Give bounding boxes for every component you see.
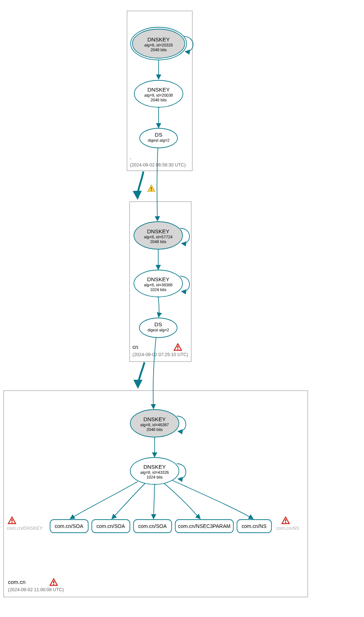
node-sub1: alg=8, id=38388 <box>144 283 173 287</box>
node-sub2: 2048 bits <box>147 427 163 432</box>
error-icon[interactable] <box>174 344 181 350</box>
node-sub1: alg=8, id=57724 <box>144 235 173 239</box>
zone-comcn: com.cn (2024-09-02 11:00:08 UTC) DNSKEY … <box>4 391 308 597</box>
node-sub1: digest alg=2 <box>148 138 169 142</box>
leaf-label: com.cn/SOA <box>138 523 167 529</box>
zone-cn-name: cn <box>132 344 138 350</box>
edge-to-soa1 <box>70 481 138 519</box>
leaf-comcn-soa-1[interactable]: com.cn/SOA <box>50 520 88 533</box>
node-title: DS <box>155 132 163 138</box>
warning-icon[interactable] <box>148 185 155 191</box>
node-title: DNSKEY <box>143 416 166 422</box>
node-cn-zsk[interactable]: DNSKEY alg=8, id=38388 1024 bits <box>134 270 183 297</box>
node-title: DNSKEY <box>147 36 170 43</box>
leaf-comcn-nsec3param[interactable]: com.cn/NSEC3PARAM <box>175 520 233 533</box>
node-title: DNSKEY <box>143 464 166 470</box>
node-root-zsk[interactable]: DNSKEY alg=8, id=20038 2048 bits <box>134 80 183 107</box>
node-title: DNSKEY <box>147 276 169 282</box>
zone-root-name: . <box>130 154 131 160</box>
edge-to-nsec3 <box>164 483 200 519</box>
leaf-comcn-soa-3[interactable]: com.cn/SOA <box>134 520 172 533</box>
edge-cn-ds-to-comcn-ksk <box>153 337 156 409</box>
node-comcn-ksk[interactable]: DNSKEY alg=8, id=46387 2048 bits <box>130 410 179 437</box>
edge-delegation-root-to-cn <box>138 172 143 198</box>
node-sub2: 1024 bits <box>150 287 167 292</box>
leaf-label: com.cn/DNSKEY <box>7 525 43 531</box>
leaf-label: com.cn/SOA <box>97 523 125 529</box>
node-sub2: 2048 bits <box>151 48 167 52</box>
node-sub1: alg=8, id=43326 <box>140 470 169 475</box>
leaf-comcn-soa-2[interactable]: com.cn/SOA <box>92 520 130 533</box>
edge-delegation-cn-to-comcn <box>138 362 144 387</box>
leaf-comcn-ns[interactable]: com.cn/NS <box>237 520 271 533</box>
edge-root-ds-to-cn-ksk <box>157 148 158 221</box>
node-sub2: 1024 bits <box>147 475 163 479</box>
node-comcn-zsk[interactable]: DNSKEY alg=8, id=43326 1024 bits <box>130 457 179 484</box>
zone-cn: cn (2024-09-02 07:25:10 UTC) DNSKEY alg=… <box>130 202 191 362</box>
leaf-label: com.cn/NSEC3PARAM <box>178 523 230 529</box>
node-sub1: alg=8, id=46387 <box>140 423 169 427</box>
node-root-ksk[interactable]: DNSKEY alg=8, id=20326 2048 bits <box>131 27 187 60</box>
error-icon <box>8 517 16 524</box>
zone-comcn-name: com.cn <box>8 579 25 585</box>
zone-comcn-timestamp: (2024-09-02 11:00:08 UTC) <box>8 587 64 592</box>
node-cn-ksk[interactable]: DNSKEY alg=8, id=57724 2048 bits <box>134 222 183 249</box>
error-icon[interactable] <box>50 579 57 585</box>
node-title: DNSKEY <box>147 228 169 234</box>
zone-cn-timestamp: (2024-09-02 07:25:10 UTC) <box>132 352 188 357</box>
node-cn-ds[interactable]: DS digest alg=2 <box>139 318 177 338</box>
error-icon <box>282 517 289 524</box>
leaf-comcn-dnskey-insecure[interactable]: com.cn/DNSKEY <box>7 517 43 531</box>
zone-root-timestamp: (2024-09-02 06:58:30 UTC) <box>130 162 186 168</box>
zone-root: . (2024-09-02 06:58:30 UTC) DNSKEY alg=8… <box>127 11 193 171</box>
leaf-label: com.cn/NS <box>276 525 299 531</box>
leaf-label: com.cn/SOA <box>55 523 83 529</box>
node-title: DS <box>155 321 162 327</box>
edge-to-ns <box>172 480 253 519</box>
leaf-comcn-ns-insecure[interactable]: com.cn/NS <box>276 517 299 531</box>
edge-cn-zsk-to-ds <box>158 297 159 317</box>
node-sub2: 2048 bits <box>150 239 167 244</box>
node-sub2: 2048 bits <box>151 98 167 102</box>
node-sub1: alg=8, id=20038 <box>144 93 173 97</box>
node-root-ds[interactable]: DS digest alg=2 <box>140 128 177 148</box>
node-sub1: digest alg=2 <box>147 328 169 332</box>
edge-to-soa2 <box>112 483 145 519</box>
node-sub1: alg=8, id=20326 <box>144 43 173 47</box>
edge-to-soa3 <box>154 485 155 519</box>
node-title: DNSKEY <box>147 86 170 93</box>
leaf-label: com.cn/NS <box>242 523 266 529</box>
